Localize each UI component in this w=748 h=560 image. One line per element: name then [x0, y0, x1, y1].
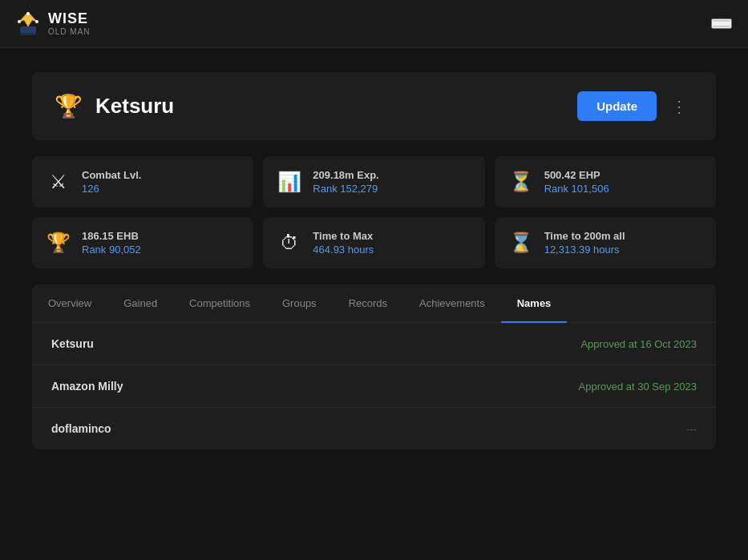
svg-rect-2 [20, 33, 36, 35]
exp-icon: 📊 [277, 171, 301, 193]
stats-grid: ⚔ Combat Lvl. 126 📊 209.18m Exp. Rank 15… [32, 156, 716, 268]
svg-point-4 [18, 20, 21, 23]
tab-records[interactable]: Records [333, 284, 403, 322]
stat-label-3: 186.15 EHB [82, 230, 141, 242]
stat-card-4: ⏱ Time to Max 464.93 hours [263, 217, 484, 268]
names-list: Ketsuru Approved at 16 Oct 2023 Amazon M… [32, 323, 716, 449]
name-row: doflaminco --- [32, 408, 716, 449]
tab-overview[interactable]: Overview [32, 284, 107, 322]
tt200-icon: ⌛ [509, 232, 533, 254]
player-name: Ketsuru [95, 94, 174, 119]
name-status-1: Approved at 30 Sep 2023 [579, 381, 697, 393]
player-card: 🏆 Ketsuru Update ⋮ [32, 72, 716, 140]
stat-info-1: 209.18m Exp. Rank 152,279 [313, 169, 378, 195]
tabs-container: OverviewGainedCompetitionsGroupsRecordsA… [32, 284, 716, 449]
logo: WISE OLD MAN [16, 10, 91, 38]
name-row: Ketsuru Approved at 16 Oct 2023 [32, 323, 716, 365]
svg-point-5 [35, 20, 38, 23]
hamburger-line-2 [713, 26, 730, 27]
combat-icon: ⚔ [46, 171, 71, 193]
player-info: 🏆 Ketsuru [55, 93, 174, 119]
stat-value-1: Rank 152,279 [313, 183, 378, 195]
main-content: 🏆 Ketsuru Update ⋮ ⚔ Combat Lvl. 126 📊 2… [0, 48, 748, 486]
tab-names[interactable]: Names [501, 284, 568, 322]
update-button[interactable]: Update [577, 91, 657, 121]
name-status-0: Approved at 16 Oct 2023 [580, 338, 697, 350]
stat-label-4: Time to Max [313, 230, 374, 242]
stat-card-0: ⚔ Combat Lvl. 126 [32, 156, 253, 207]
ehp-icon: ⏳ [509, 171, 533, 193]
name-status-2: --- [686, 423, 697, 435]
stat-label-2: 500.42 EHP [544, 169, 609, 181]
stat-info-3: 186.15 EHB Rank 90,052 [82, 230, 141, 256]
stat-info-5: Time to 200m all 12,313.39 hours [544, 230, 625, 256]
stat-value-2: Rank 101,506 [544, 183, 609, 195]
stat-label-5: Time to 200m all [544, 230, 625, 242]
tab-groups[interactable]: Groups [266, 284, 333, 322]
stat-info-0: Combat Lvl. 126 [82, 169, 141, 195]
stat-value-4: 464.93 hours [313, 244, 374, 256]
svg-rect-1 [20, 26, 36, 33]
stat-info-2: 500.42 EHP Rank 101,506 [544, 169, 609, 195]
crown-icon [16, 10, 40, 38]
name-text-0: Ketsuru [51, 337, 94, 350]
stat-label-0: Combat Lvl. [82, 169, 141, 181]
tab-competitions[interactable]: Competitions [173, 284, 266, 322]
stat-value-3: Rank 90,052 [82, 244, 141, 256]
more-options-button[interactable]: ⋮ [666, 92, 693, 121]
stat-label-1: 209.18m Exp. [313, 169, 378, 181]
logo-wise-text: WISE [48, 11, 91, 27]
stat-card-3: 🏆 186.15 EHB Rank 90,052 [32, 217, 253, 268]
trophy-icon: 🏆 [55, 93, 83, 119]
stat-card-2: ⏳ 500.42 EHP Rank 101,506 [495, 156, 716, 207]
svg-point-3 [26, 12, 30, 15]
name-text-1: Amazon Milly [51, 380, 123, 393]
name-row: Amazon Milly Approved at 30 Sep 2023 [32, 365, 716, 408]
stat-value-5: 12,313.39 hours [544, 244, 625, 256]
header: WISE OLD MAN [0, 0, 748, 48]
stat-card-1: 📊 209.18m Exp. Rank 152,279 [263, 156, 484, 207]
tabs-nav: OverviewGainedCompetitionsGroupsRecordsA… [32, 284, 716, 323]
ehb-icon: 🏆 [46, 232, 71, 254]
logo-oldman-text: OLD MAN [48, 27, 91, 36]
tab-achievements[interactable]: Achievements [403, 284, 501, 322]
stat-value-0: 126 [82, 183, 141, 195]
logo-text: WISE OLD MAN [48, 11, 91, 36]
stat-info-4: Time to Max 464.93 hours [313, 230, 374, 256]
hamburger-menu-button[interactable] [711, 18, 732, 29]
player-actions: Update ⋮ [577, 91, 693, 121]
hamburger-line-1 [713, 20, 730, 22]
ttm-icon: ⏱ [277, 232, 301, 254]
name-text-2: doflaminco [51, 422, 111, 435]
stat-card-5: ⌛ Time to 200m all 12,313.39 hours [495, 217, 716, 268]
tab-gained[interactable]: Gained [107, 284, 173, 322]
